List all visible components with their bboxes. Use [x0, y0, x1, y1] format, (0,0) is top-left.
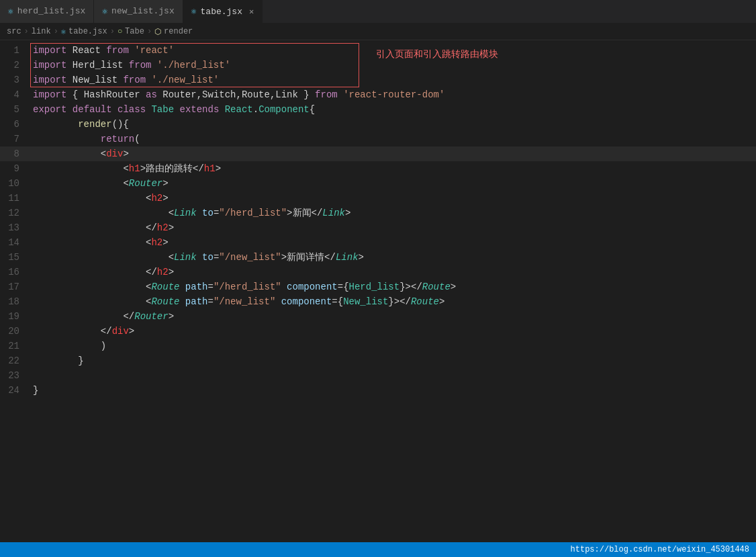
code-line: 14 <h2> [0, 235, 756, 250]
breadcrumb-sep-1: › [24, 27, 29, 36]
tab-react-icon-2: ⚛ [102, 6, 107, 17]
line-number: 19 [0, 309, 30, 324]
code-line: 17 <Route path="/herd_list" component={H… [0, 280, 756, 294]
breadcrumb-sep-3: › [110, 27, 115, 36]
tab-close-icon[interactable]: ✕ [249, 7, 254, 17]
tab-bar: ⚛ herd_list.jsx ⚛ new_list.jsx ⚛ tabe.js… [0, 0, 756, 24]
line-content: <h2> [30, 191, 756, 206]
status-url: https://blog.csdn.net/weixin_45301448 [571, 545, 749, 554]
line-content: <Router> [30, 176, 756, 191]
breadcrumb-class-icon: ○ [117, 27, 122, 36]
breadcrumb-class: Tabe [125, 27, 144, 36]
line-number: 14 [0, 235, 30, 250]
code-line: 15 <Link to="/new_list">新闻详情</Link> [0, 250, 756, 265]
line-number: 2 [0, 58, 30, 73]
status-bar: https://blog.csdn.net/weixin_45301448 [0, 542, 756, 557]
line-content: </h2> [30, 265, 756, 280]
line-content: import Herd_list from './herd_list' [30, 58, 756, 73]
line-content: import React from 'react' [30, 43, 756, 58]
line-number: 24 [0, 383, 30, 398]
code-line: 20 </div> [0, 324, 756, 339]
line-number: 13 [0, 220, 30, 235]
tab-react-icon-3: ⚛ [191, 6, 197, 17]
line-number: 16 [0, 265, 30, 280]
code-line: 13 </h2> [0, 220, 756, 235]
code-line: 7 return( [0, 132, 756, 146]
tab-new-list[interactable]: ⚛ new_list.jsx [94, 0, 183, 23]
line-content: <Link to="/herd_list">新闻</Link> [30, 206, 756, 220]
breadcrumb-link: link [32, 27, 51, 36]
line-content: } [30, 383, 756, 398]
breadcrumb-src: src [7, 27, 21, 36]
line-content: <Route path="/new_list" component={New_l… [30, 294, 756, 309]
line-number: 11 [0, 191, 30, 206]
line-content: <h2> [30, 235, 756, 250]
line-number: 12 [0, 206, 30, 220]
line-content: import { HashRouter as Router,Switch,Rou… [30, 87, 756, 102]
code-line: 23 [0, 368, 756, 383]
tab-react-icon-1: ⚛ [8, 6, 13, 17]
code-line: 21 ) [0, 339, 756, 353]
line-content: <Route path="/herd_list" component={Herd… [30, 280, 756, 294]
line-content: </Router> [30, 309, 756, 324]
code-line: 12 <Link to="/herd_list">新闻</Link> [0, 206, 756, 220]
line-number: 9 [0, 161, 30, 176]
code-line: 22 } [0, 353, 756, 368]
code-line: 9 <h1>路由的跳转</h1> [0, 161, 756, 176]
editor-area: 引入页面和引入跳转路由模块 1import React from 'react'… [0, 40, 756, 542]
code-line: 10 <Router> [0, 176, 756, 191]
line-content: import New_list from './new_list' [30, 73, 756, 87]
line-content: } [30, 353, 756, 368]
line-content: </div> [30, 324, 756, 339]
line-number: 15 [0, 250, 30, 265]
line-number: 1 [0, 43, 30, 58]
breadcrumb-react-icon: ⚛ [61, 27, 66, 37]
line-number: 17 [0, 280, 30, 294]
tab-tabe[interactable]: ⚛ tabe.jsx ✕ [183, 0, 263, 23]
breadcrumb-func-icon: ⬡ [154, 27, 161, 37]
line-number: 3 [0, 73, 30, 87]
breadcrumb-method: render [164, 27, 193, 36]
line-number: 6 [0, 117, 30, 132]
line-number: 20 [0, 324, 30, 339]
code-line: 18 <Route path="/new_list" component={Ne… [0, 294, 756, 309]
code-line: 1import React from 'react' [0, 43, 756, 58]
line-number: 21 [0, 339, 30, 353]
line-number: 22 [0, 353, 30, 368]
code-line: 11 <h2> [0, 191, 756, 206]
code-line: 8 <div> [0, 146, 756, 161]
line-content: <h1>路由的跳转</h1> [30, 161, 756, 176]
line-number: 10 [0, 176, 30, 191]
line-number: 8 [0, 146, 30, 161]
tab-label-1: herd_list.jsx [17, 6, 85, 16]
line-content: export default class Tabe extends React.… [30, 102, 756, 117]
code-line: 24} [0, 383, 756, 398]
tab-label-2: new_list.jsx [111, 6, 175, 16]
line-content: return( [30, 132, 756, 146]
code-container: 1import React from 'react'2import Herd_l… [0, 40, 756, 398]
code-line: 16 </h2> [0, 265, 756, 280]
line-content: <div> [30, 146, 756, 161]
code-line: 3import New_list from './new_list' [0, 73, 756, 87]
code-line: 2import Herd_list from './herd_list' [0, 58, 756, 73]
code-line: 4import { HashRouter as Router,Switch,Ro… [0, 87, 756, 102]
line-number: 4 [0, 87, 30, 102]
line-number: 18 [0, 294, 30, 309]
code-line: 5export default class Tabe extends React… [0, 102, 756, 117]
code-line: 19 </Router> [0, 309, 756, 324]
line-number: 23 [0, 368, 30, 383]
breadcrumb-sep-2: › [54, 27, 58, 36]
code-line: 6 render(){ [0, 117, 756, 132]
breadcrumb-sep-4: › [147, 27, 152, 36]
line-content [30, 368, 756, 383]
breadcrumb-file: tabe.jsx [68, 27, 107, 36]
line-number: 5 [0, 102, 30, 117]
line-content: <Link to="/new_list">新闻详情</Link> [30, 250, 756, 265]
tab-label-3: tabe.jsx [201, 7, 242, 17]
line-number: 7 [0, 132, 30, 146]
breadcrumb: src › link › ⚛ tabe.jsx › ○ Tabe › ⬡ ren… [0, 24, 756, 40]
line-content: </h2> [30, 220, 756, 235]
line-content: ) [30, 339, 756, 353]
tab-herd-list[interactable]: ⚛ herd_list.jsx [0, 0, 94, 23]
line-content: render(){ [30, 117, 756, 132]
